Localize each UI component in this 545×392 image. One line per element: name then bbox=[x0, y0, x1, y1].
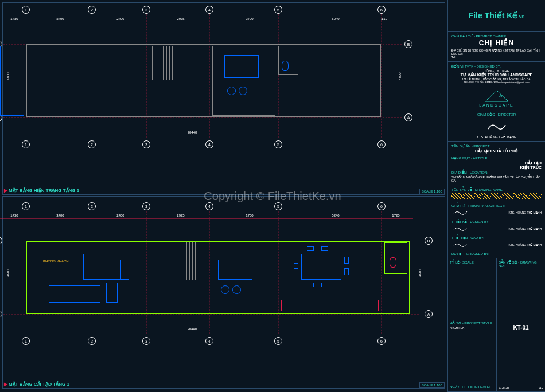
signature-icon bbox=[485, 120, 508, 132]
axis-row-b-r: B bbox=[404, 40, 412, 48]
dim: 1430 bbox=[3, 214, 26, 217]
sofa bbox=[49, 285, 100, 303]
axis-row-a-l: A bbox=[0, 310, 2, 318]
armchair bbox=[120, 260, 129, 280]
building-outline bbox=[26, 44, 382, 117]
axis-col-5-top: 5 bbox=[274, 202, 282, 210]
triangle-icon: 30 bbox=[482, 89, 511, 103]
title-block: File Thiết Kế.vn CHỦ ĐẦU TƯ - PROJECT OW… bbox=[447, 0, 545, 392]
grid-line bbox=[3, 314, 419, 315]
scale-1: SCALE 1:100 bbox=[419, 189, 445, 194]
toilet bbox=[282, 61, 289, 71]
signature-icon bbox=[451, 241, 469, 249]
axis-col-1-top: 1 bbox=[22, 6, 30, 14]
furniture bbox=[239, 87, 247, 95]
tv-unit bbox=[83, 254, 123, 280]
front-porch bbox=[0, 46, 24, 116]
drawing-name-hatch bbox=[451, 193, 542, 199]
room-label: PHÒNG KHÁCH bbox=[43, 260, 69, 263]
axis-col-4-top: 4 bbox=[205, 6, 213, 14]
wc bbox=[278, 46, 298, 75]
dim: 1430 bbox=[3, 17, 26, 21]
architect-row: CHỦ TRÌ - PRIMARY ARCHITECT: KTS. HOÀNG … bbox=[448, 202, 545, 218]
axis-col-4-top: 4 bbox=[205, 202, 213, 210]
dim: 4900 bbox=[6, 269, 10, 276]
dim-total: 20440 bbox=[169, 327, 215, 331]
signature-icon bbox=[451, 225, 469, 233]
axis-col-5-top: 5 bbox=[274, 6, 282, 14]
cad-viewport[interactable]: 1 2 3 4 5 6 1 2 3 4 5 6 A B A B bbox=[0, 0, 545, 392]
axis-col-2-top: 2 bbox=[88, 6, 96, 14]
dining-chairs bbox=[298, 251, 344, 283]
dim: 3700 bbox=[227, 214, 272, 217]
dim: 2975 bbox=[158, 214, 204, 217]
kitchen-counter bbox=[281, 300, 379, 311]
floorplan-existing: 1 2 3 4 5 6 1 2 3 4 5 6 A B A B bbox=[26, 29, 416, 143]
plan-title-2: ▶MẶT BẰNG CẢI TẠO TẦNG 1 bbox=[4, 382, 69, 387]
drawing-area[interactable]: 1 2 3 4 5 6 1 2 3 4 5 6 A B A B bbox=[0, 0, 447, 392]
svg-text:30: 30 bbox=[499, 94, 503, 97]
logo-text: File Thiết Kế bbox=[469, 11, 518, 20]
dim: 5040 bbox=[307, 17, 364, 21]
dim: 2400 bbox=[100, 214, 141, 217]
grid-line bbox=[382, 14, 382, 138]
dim: 3400 bbox=[37, 214, 83, 217]
axis-col-3-bot: 3 bbox=[142, 140, 150, 148]
dim: 3700 bbox=[227, 17, 272, 21]
axis-col-6-top: 6 bbox=[377, 6, 386, 14]
plan-renovation: 1 2 3 4 5 6 1 2 3 4 5 6 A B A B bbox=[2, 196, 445, 389]
landscape-logo: 30 LANDSCAPE bbox=[451, 84, 542, 112]
axis-col-4-bot: 4 bbox=[205, 140, 213, 148]
axis-row-a-r: A bbox=[404, 113, 412, 121]
axis-col-2-bot: 2 bbox=[88, 140, 96, 148]
designer-row: THIẾT KẾ - DESIGN BY: KTS. HOÀNG THẾ MẠN… bbox=[448, 218, 545, 234]
arrow-icon: ▶ bbox=[4, 188, 7, 193]
scale-2: SCALE 1:100 bbox=[419, 382, 445, 388]
client-name: CHỊ HIỀN bbox=[451, 39, 542, 47]
dim-total: 20440 bbox=[169, 131, 215, 134]
axis-col-1-bot: 1 bbox=[22, 337, 30, 345]
room bbox=[212, 260, 270, 312]
client-section: CHỦ ĐẦU TƯ - PROJECT OWNER CHỊ HIỀN ĐỊA … bbox=[448, 32, 545, 62]
axis-row-b-r: B bbox=[425, 237, 433, 245]
axis-col-2-top: 2 bbox=[88, 202, 96, 210]
room bbox=[212, 46, 275, 116]
axis-col-5-bot: 5 bbox=[274, 140, 282, 148]
axis-col-1-top: 1 bbox=[22, 202, 30, 210]
toilet bbox=[390, 257, 396, 268]
dim: 3400 bbox=[37, 17, 83, 21]
stool bbox=[232, 285, 241, 294]
axis-col-4-bot: 4 bbox=[205, 337, 213, 345]
bed bbox=[224, 55, 259, 78]
wc bbox=[384, 242, 407, 274]
logo: File Thiết Kế.vn bbox=[448, 0, 545, 32]
drawing-number: KT-01 bbox=[499, 324, 543, 331]
designer-section: ĐƠN VỊ TVTK - DESIGNED BY: CÔNG TY TNHH … bbox=[448, 62, 545, 142]
stair bbox=[178, 242, 204, 280]
table bbox=[218, 260, 252, 280]
dim: 1720 bbox=[382, 214, 410, 217]
project-section: TÊN DỰ ÁN - PROJECT: CẢI TẠO NHÀ LÔ PHỐ … bbox=[448, 142, 545, 185]
dim: 110 bbox=[376, 17, 393, 21]
signature-director bbox=[451, 117, 542, 135]
floorplan-renovation: 1 2 3 4 5 6 1 2 3 4 5 6 A B A B bbox=[26, 225, 416, 340]
axis-col-1-bot: 1 bbox=[22, 140, 30, 148]
drawing-name-section: TÊN BẢN VẼ - DRAWING NAME: bbox=[448, 185, 545, 202]
check-row: DUYỆT - CHECKED BY: bbox=[448, 250, 545, 258]
armchair bbox=[106, 283, 118, 303]
furniture bbox=[227, 87, 236, 95]
axis-row-b-l: B bbox=[0, 237, 2, 245]
axis-col-3-top: 3 bbox=[142, 202, 150, 210]
signature-icon bbox=[451, 209, 469, 217]
axis-col-6-top: 6 bbox=[377, 202, 386, 210]
axis-col-3-top: 3 bbox=[142, 6, 150, 14]
dim: 4900 bbox=[398, 72, 402, 80]
axis-col-3-bot: 3 bbox=[142, 337, 150, 345]
dim: 5240 bbox=[307, 214, 364, 217]
dim-line bbox=[0, 22, 407, 22]
dim: 4900 bbox=[418, 269, 422, 276]
footer-grid: TỶ LỆ - SCALE: HỒ SƠ - PROJECT STYLE:ARC… bbox=[448, 258, 545, 392]
axis-row-a-r: A bbox=[425, 310, 433, 318]
axis-col-5-bot: 5 bbox=[274, 337, 282, 345]
arrow-icon: ▶ bbox=[4, 382, 7, 387]
